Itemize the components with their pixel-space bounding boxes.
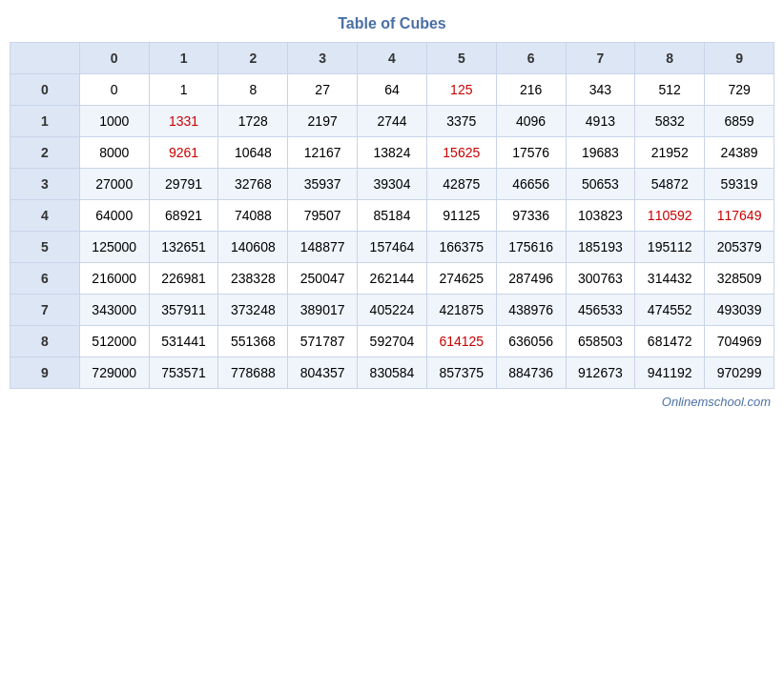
cell-6-7: 300763	[566, 263, 635, 295]
table-row: 4640006892174088795078518491125973361038…	[10, 200, 774, 232]
row-header-8: 8	[10, 326, 80, 357]
cell-6-2: 238328	[218, 263, 288, 295]
table-row: 9729000753571778688804357830584857375884…	[10, 357, 774, 389]
cell-7-5: 421875	[426, 295, 496, 326]
cell-2-3: 12167	[288, 137, 358, 169]
cell-7-3: 389017	[288, 295, 358, 326]
cell-1-5: 3375	[426, 106, 496, 137]
table-row: 8512000531441551368571787592704614125636…	[10, 326, 774, 357]
cell-3-3: 35937	[288, 169, 358, 200]
cell-9-6: 884736	[496, 357, 566, 389]
table-row: 6216000226981238328250047262144274625287…	[10, 263, 774, 295]
cell-2-5: 15625	[426, 137, 496, 169]
cell-9-0: 729000	[79, 357, 149, 389]
row-header-5: 5	[10, 232, 80, 263]
cell-6-3: 250047	[288, 263, 358, 295]
col-header-7: 6	[496, 43, 566, 74]
cell-0-4: 64	[358, 74, 427, 106]
cell-6-6: 287496	[496, 263, 566, 295]
cell-0-1: 1	[149, 74, 218, 106]
page-title: Table of Cubes	[338, 15, 446, 32]
table-wrapper: 0123456789 00182764125216343512729110001…	[10, 42, 774, 389]
cell-8-2: 551368	[218, 326, 288, 357]
header-row: 0123456789	[10, 43, 774, 74]
table-row: 00182764125216343512729	[10, 74, 774, 106]
cell-4-1: 68921	[149, 200, 218, 232]
cell-5-6: 175616	[496, 232, 566, 263]
col-header-0	[10, 43, 80, 74]
cell-0-0: 0	[79, 74, 149, 106]
cell-3-7: 50653	[566, 169, 635, 200]
cell-2-8: 21952	[635, 137, 705, 169]
table-row: 5125000132651140608148877157464166375175…	[10, 232, 774, 263]
cell-3-8: 54872	[635, 169, 705, 200]
cell-2-4: 13824	[358, 137, 427, 169]
cell-8-1: 531441	[149, 326, 218, 357]
cell-5-3: 148877	[288, 232, 358, 263]
cell-7-4: 405224	[358, 295, 427, 326]
cubes-table: 0123456789 00182764125216343512729110001…	[10, 42, 774, 389]
cell-1-2: 1728	[218, 106, 288, 137]
row-header-3: 3	[10, 169, 80, 200]
cell-3-5: 42875	[426, 169, 496, 200]
cell-4-5: 91125	[426, 200, 496, 232]
cell-4-3: 79507	[288, 200, 358, 232]
row-header-6: 6	[10, 263, 80, 295]
cell-3-9: 59319	[705, 169, 774, 200]
cell-9-2: 778688	[218, 357, 288, 389]
cell-5-2: 140608	[218, 232, 288, 263]
cell-9-5: 857375	[426, 357, 496, 389]
cell-7-6: 438976	[496, 295, 566, 326]
cell-7-9: 493039	[705, 295, 774, 326]
cell-6-4: 262144	[358, 263, 427, 295]
row-header-7: 7	[10, 295, 80, 326]
col-header-10: 9	[705, 43, 774, 74]
cell-7-1: 357911	[149, 295, 218, 326]
cell-4-9: 117649	[705, 200, 774, 232]
cell-1-9: 6859	[705, 106, 774, 137]
cell-8-0: 512000	[79, 326, 149, 357]
cell-3-2: 32768	[218, 169, 288, 200]
cell-0-9: 729	[705, 74, 774, 106]
cell-5-0: 125000	[79, 232, 149, 263]
cell-8-3: 571787	[288, 326, 358, 357]
cell-4-8: 110592	[635, 200, 705, 232]
table-row: 2800092611064812167138241562517576196832…	[10, 137, 774, 169]
cell-5-9: 205379	[705, 232, 774, 263]
cell-9-9: 970299	[705, 357, 774, 389]
cell-9-1: 753571	[149, 357, 218, 389]
col-header-9: 8	[635, 43, 705, 74]
cell-2-1: 9261	[149, 137, 218, 169]
cell-7-7: 456533	[566, 295, 635, 326]
cell-3-6: 46656	[496, 169, 566, 200]
cell-0-6: 216	[496, 74, 566, 106]
cell-1-3: 2197	[288, 106, 358, 137]
cell-1-6: 4096	[496, 106, 566, 137]
row-header-9: 9	[10, 357, 80, 389]
row-header-0: 0	[10, 74, 80, 106]
row-header-4: 4	[10, 200, 80, 232]
cell-1-0: 1000	[79, 106, 149, 137]
cell-3-1: 29791	[149, 169, 218, 200]
cell-7-2: 373248	[218, 295, 288, 326]
cell-2-2: 10648	[218, 137, 288, 169]
cell-2-6: 17576	[496, 137, 566, 169]
col-header-8: 7	[566, 43, 635, 74]
cell-8-4: 592704	[358, 326, 427, 357]
cell-4-6: 97336	[496, 200, 566, 232]
cell-5-1: 132651	[149, 232, 218, 263]
cell-6-5: 274625	[426, 263, 496, 295]
cell-4-2: 74088	[218, 200, 288, 232]
table-body: 0018276412521634351272911000133117282197…	[10, 74, 774, 389]
cell-8-5: 614125	[426, 326, 496, 357]
cell-0-7: 343	[566, 74, 635, 106]
cell-7-0: 343000	[79, 295, 149, 326]
cell-6-8: 314432	[635, 263, 705, 295]
col-header-1: 0	[79, 43, 149, 74]
cell-1-4: 2744	[358, 106, 427, 137]
cell-2-0: 8000	[79, 137, 149, 169]
cell-7-8: 474552	[635, 295, 705, 326]
col-header-5: 4	[358, 43, 427, 74]
cell-3-0: 27000	[79, 169, 149, 200]
cell-2-9: 24389	[705, 137, 774, 169]
